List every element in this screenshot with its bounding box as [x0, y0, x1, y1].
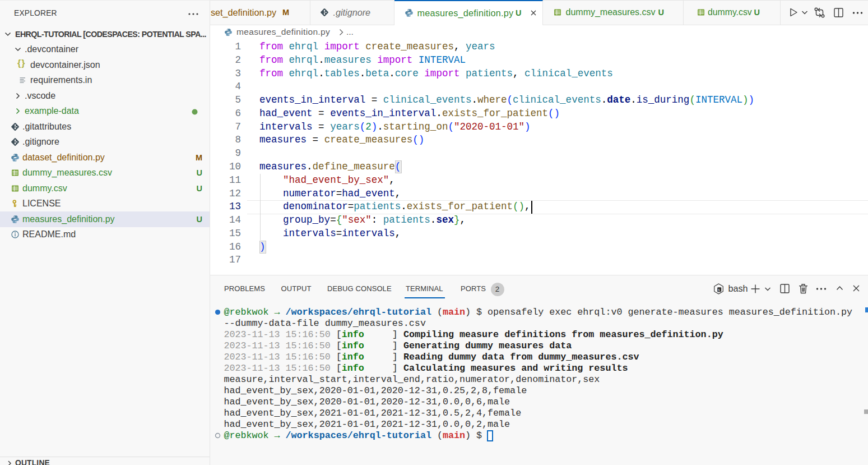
svg-text:$_: $_	[718, 288, 722, 292]
